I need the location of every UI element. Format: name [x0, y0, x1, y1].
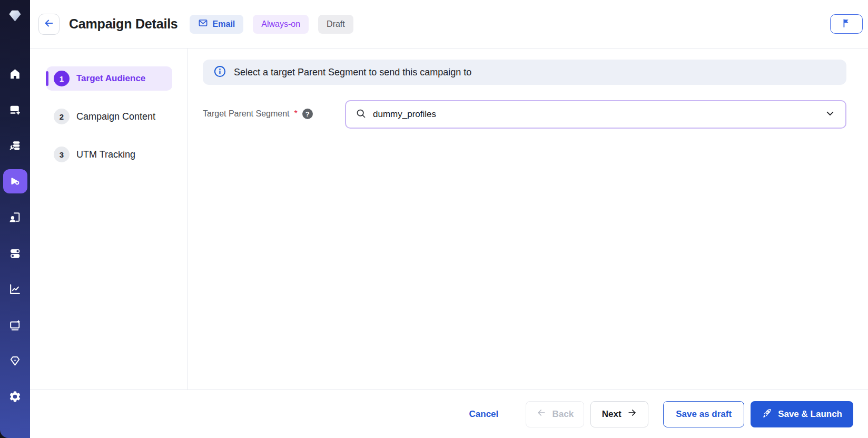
- field-label: Target Parent Segment* ?: [203, 109, 313, 119]
- save-and-launch-button[interactable]: Save & Launch: [751, 401, 853, 427]
- step-number: 3: [54, 147, 70, 162]
- field-label-text: Target Parent Segment: [203, 109, 290, 119]
- active-step-accent-bar: [46, 71, 48, 86]
- info-banner-text: Select a target Parent Segment to send t…: [234, 67, 471, 78]
- status-badge: Draft: [318, 15, 353, 34]
- schedule-badge: Always-on: [253, 15, 309, 34]
- search-icon: [356, 108, 367, 121]
- page-title: Campaign Details: [69, 16, 178, 32]
- next-step-button[interactable]: Next: [590, 401, 648, 427]
- sidebar-item-settings[interactable]: [3, 384, 27, 408]
- footer-actions: Cancel Back Next Save as draft Save & La…: [30, 390, 868, 438]
- flag-button[interactable]: [830, 14, 863, 34]
- sidebar-item-data-settings[interactable]: [3, 98, 27, 122]
- step-utm-tracking[interactable]: 3 UTM Tracking: [30, 142, 188, 167]
- cancel-button[interactable]: Cancel: [464, 401, 504, 427]
- back-button[interactable]: [38, 14, 60, 35]
- sidebar: [0, 0, 30, 438]
- step-label: Target Audience: [76, 73, 145, 84]
- diamond-sparkle-icon: [8, 354, 22, 367]
- arrow-right-icon: [627, 407, 637, 421]
- brand-logo: [7, 7, 23, 24]
- step-nav: 1 Target Audience 2 Campaign Content 3 U…: [30, 48, 188, 390]
- step-target-audience[interactable]: 1 Target Audience: [46, 66, 172, 91]
- arrow-left-icon: [536, 407, 547, 421]
- channel-badge: Email: [190, 15, 244, 34]
- step-campaign-content[interactable]: 2 Campaign Content: [30, 104, 188, 129]
- save-as-draft-button[interactable]: Save as draft: [663, 401, 744, 427]
- sidebar-item-gem[interactable]: [3, 348, 27, 373]
- schedule-badge-label: Always-on: [261, 20, 300, 29]
- required-asterisk: *: [294, 109, 298, 119]
- gear-icon: [8, 390, 22, 403]
- help-icon[interactable]: ?: [302, 109, 313, 119]
- back-step-button[interactable]: Back: [526, 401, 584, 427]
- status-badge-label: Draft: [327, 20, 345, 29]
- parent-segment-input[interactable]: [373, 109, 818, 120]
- screen-sparkle-icon: [8, 318, 22, 332]
- sidebar-item-home[interactable]: [3, 62, 27, 86]
- page-header: Campaign Details Email Always-on Draft: [30, 0, 868, 48]
- chevron-down-icon[interactable]: [824, 108, 836, 121]
- sidebar-nav: [0, 62, 30, 408]
- info-banner: Select a target Parent Segment to send t…: [203, 60, 846, 85]
- parent-segment-select[interactable]: [345, 100, 846, 129]
- person-document-icon: [8, 211, 22, 224]
- info-icon: [213, 65, 226, 80]
- back-step-label: Back: [552, 409, 574, 420]
- sidebar-item-database-tools[interactable]: [3, 133, 27, 158]
- toggles-icon: [8, 247, 22, 260]
- main-content: Select a target Parent Segment to send t…: [188, 48, 868, 390]
- flag-icon: [841, 17, 852, 31]
- next-step-label: Next: [602, 409, 622, 420]
- megaphone-icon: [8, 174, 22, 188]
- arrow-left-icon: [43, 17, 55, 31]
- step-number: 2: [54, 109, 70, 124]
- sidebar-item-campaigns[interactable]: [3, 169, 27, 193]
- home-icon: [8, 67, 22, 81]
- save-and-launch-label: Save & Launch: [778, 409, 842, 420]
- line-chart-icon: [8, 283, 22, 296]
- sidebar-item-activations[interactable]: [3, 313, 27, 337]
- step-number: 1: [54, 71, 70, 86]
- channel-badge-label: Email: [213, 20, 235, 29]
- sidebar-item-profiles[interactable]: [3, 205, 27, 229]
- sidebar-item-analytics[interactable]: [3, 277, 27, 301]
- step-label: UTM Tracking: [76, 149, 135, 160]
- server-gear-icon: [8, 103, 22, 116]
- sidebar-item-journeys[interactable]: [3, 241, 27, 265]
- rocket-icon: [762, 407, 773, 421]
- step-label: Campaign Content: [76, 111, 155, 122]
- database-wrench-icon: [8, 139, 22, 152]
- badges: Email Always-on Draft: [190, 15, 353, 34]
- envelope-icon: [198, 18, 208, 30]
